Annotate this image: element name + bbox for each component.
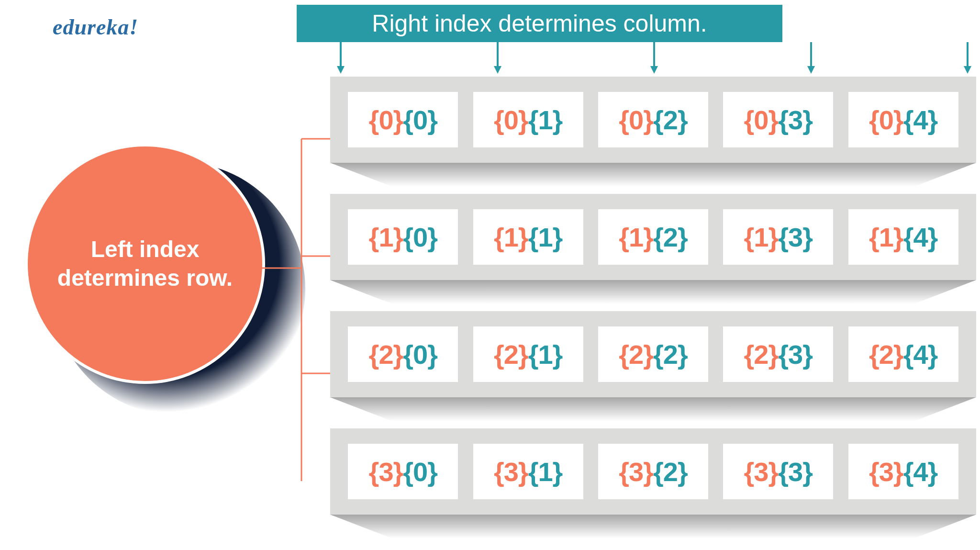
- svg-marker-9: [964, 66, 971, 74]
- col-index-brace: {4}: [903, 104, 938, 135]
- row-cells: {2}{0}{2}{1}{2}{2}{2}{3}{2}{4}: [330, 311, 976, 397]
- row-index-brace: {1}: [369, 222, 403, 253]
- svg-marker-11: [330, 280, 976, 304]
- row-index-brace: {0}: [869, 104, 903, 135]
- row-index-brace: {1}: [869, 222, 903, 253]
- svg-marker-1: [337, 66, 345, 74]
- grid-row: {0}{0}{0}{1}{0}{2}{0}{3}{0}{4}: [330, 77, 976, 163]
- col-index-brace: {2}: [653, 104, 688, 135]
- col-index-brace: {4}: [903, 222, 938, 253]
- col-index-brace: {2}: [653, 456, 688, 487]
- row-cells: {1}{0}{1}{1}{1}{2}{1}{3}{1}{4}: [330, 194, 976, 280]
- svg-marker-12: [330, 397, 976, 421]
- col-index-brace: {4}: [903, 339, 938, 370]
- col-index-brace: {0}: [403, 456, 437, 487]
- col-index-brace: {3}: [778, 222, 813, 253]
- row-cells: {0}{0}{0}{1}{0}{2}{0}{3}{0}{4}: [330, 77, 976, 163]
- row-label-circle: Left index determines row.: [19, 139, 292, 412]
- row-cells: {3}{0}{3}{1}{3}{2}{3}{3}{3}{4}: [330, 428, 976, 515]
- row-index-brace: {0}: [494, 104, 528, 135]
- grid-cell: {0}{3}: [723, 92, 833, 147]
- grid-cell: {2}{2}: [598, 326, 708, 382]
- row-index-brace: {3}: [744, 456, 779, 487]
- grid-cell: {0}{2}: [598, 92, 708, 147]
- svg-marker-10: [330, 163, 976, 187]
- col-index-brace: {1}: [528, 456, 563, 487]
- col-index-brace: {3}: [778, 456, 813, 487]
- svg-marker-3: [494, 66, 501, 74]
- grid-cell: {3}{0}: [348, 444, 458, 499]
- grid-cell: {2}{3}: [723, 326, 833, 382]
- col-index-brace: {1}: [528, 104, 563, 135]
- grid-cell: {3}{3}: [723, 444, 833, 499]
- column-arrows: [341, 42, 968, 76]
- row-index-brace: {2}: [619, 339, 653, 370]
- grid-cell: {3}{4}: [848, 444, 958, 499]
- row-index-brace: {3}: [369, 456, 403, 487]
- col-index-brace: {3}: [778, 339, 813, 370]
- row-index-brace: {1}: [619, 222, 653, 253]
- column-banner: Right index determines column.: [297, 5, 782, 42]
- col-index-brace: {1}: [528, 339, 563, 370]
- grid-row: {1}{0}{1}{1}{1}{2}{1}{3}{1}{4}: [330, 194, 976, 280]
- circle-content: Left index determines row.: [25, 144, 265, 384]
- row-index-brace: {2}: [494, 339, 528, 370]
- grid-cell: {2}{4}: [848, 326, 958, 382]
- grid-cell: {1}{4}: [848, 209, 958, 265]
- col-index-brace: {4}: [903, 456, 938, 487]
- col-index-brace: {0}: [403, 104, 437, 135]
- grid-cell: {0}{4}: [848, 92, 958, 147]
- col-index-brace: {3}: [778, 104, 813, 135]
- row-index-brace: {0}: [619, 104, 653, 135]
- col-index-brace: {2}: [653, 339, 688, 370]
- grid-cell: {1}{3}: [723, 209, 833, 265]
- row-index-brace: {2}: [869, 339, 903, 370]
- row-index-brace: {3}: [619, 456, 653, 487]
- row-index-brace: {3}: [494, 456, 528, 487]
- svg-marker-7: [807, 66, 815, 74]
- grid-cell: {1}{0}: [348, 209, 458, 265]
- grid-row: {3}{0}{3}{1}{3}{2}{3}{3}{3}{4}: [330, 428, 976, 515]
- svg-marker-5: [650, 66, 658, 74]
- col-index-brace: {1}: [528, 222, 563, 253]
- col-index-brace: {0}: [403, 339, 437, 370]
- grid-cell: {2}{1}: [473, 326, 583, 382]
- grid-cell: {3}{2}: [598, 444, 708, 499]
- grid-rows: {0}{0}{0}{1}{0}{2}{0}{3}{0}{4}{1}{0}{1}{…: [330, 77, 976, 546]
- col-index-brace: {0}: [403, 222, 437, 253]
- grid-cell: {0}{0}: [348, 92, 458, 147]
- row-index-brace: {2}: [744, 339, 779, 370]
- grid-cell: {2}{0}: [348, 326, 458, 382]
- row-index-brace: {3}: [869, 456, 903, 487]
- circle-text: Left index determines row.: [28, 235, 262, 292]
- brand-logo: edureka!: [53, 14, 138, 40]
- grid-cell: {0}{1}: [473, 92, 583, 147]
- row-index-brace: {0}: [369, 104, 403, 135]
- grid-cell: {3}{1}: [473, 444, 583, 499]
- row-index-brace: {1}: [744, 222, 779, 253]
- grid-cell: {1}{1}: [473, 209, 583, 265]
- grid-cell: {1}{2}: [598, 209, 708, 265]
- row-index-brace: {2}: [369, 339, 403, 370]
- col-index-brace: {2}: [653, 222, 688, 253]
- svg-marker-13: [330, 515, 976, 539]
- row-index-brace: {1}: [494, 222, 528, 253]
- grid-row: {2}{0}{2}{1}{2}{2}{2}{3}{2}{4}: [330, 311, 976, 397]
- row-index-brace: {0}: [744, 104, 779, 135]
